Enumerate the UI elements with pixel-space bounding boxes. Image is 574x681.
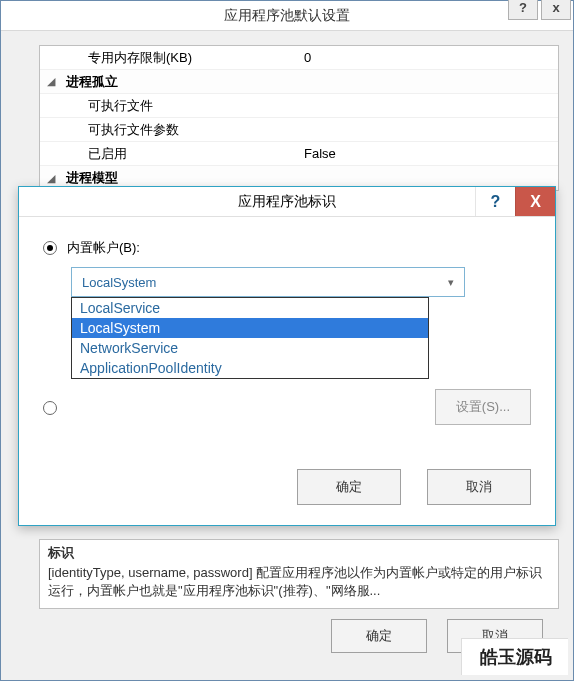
front-title-text: 应用程序池标识 xyxy=(238,193,336,211)
app-pool-identity-dialog: 应用程序池标识 ? X 内置帐户(B): LocalSystem ▾ Local… xyxy=(18,186,556,526)
category-name: 进程模型 xyxy=(62,169,298,187)
front-help-button[interactable]: ? xyxy=(475,187,515,216)
custom-account-radio[interactable] xyxy=(43,401,57,415)
builtin-account-label: 内置帐户(B): xyxy=(67,239,140,257)
grid-category[interactable]: ◢ 进程孤立 xyxy=(40,70,558,94)
prop-name: 已启用 xyxy=(84,145,298,163)
grid-row[interactable]: 可执行文件 xyxy=(40,94,558,118)
dropdown-option-networkservice[interactable]: NetworkService xyxy=(72,338,428,358)
prop-name: 可执行文件参数 xyxy=(84,121,298,139)
back-ok-button[interactable]: 确定 xyxy=(331,619,427,653)
dropdown-option-localsystem[interactable]: LocalSystem xyxy=(72,318,428,338)
prop-value[interactable]: False xyxy=(298,146,558,161)
prop-value[interactable]: 0 xyxy=(298,50,558,65)
description-title: 标识 xyxy=(48,544,550,562)
dropdown-option-applicationpoolidentity[interactable]: ApplicationPoolIdentity xyxy=(72,358,428,378)
description-panel: 标识 [identityType, username, password] 配置… xyxy=(39,539,559,609)
watermark-text: 皓玉源码 xyxy=(461,638,568,675)
description-text: [identityType, username, password] 配置应用程… xyxy=(48,564,550,600)
builtin-account-radio[interactable] xyxy=(43,241,57,255)
chevron-down-icon: ▾ xyxy=(448,276,454,289)
front-close-button[interactable]: X xyxy=(515,187,555,216)
combo-selected-value: LocalSystem xyxy=(82,275,156,290)
settings-button[interactable]: 设置(S)... xyxy=(435,389,531,425)
collapse-icon[interactable]: ◢ xyxy=(40,75,62,88)
grid-row[interactable]: 专用内存限制(KB) 0 xyxy=(40,46,558,70)
dropdown-option-localservice[interactable]: LocalService xyxy=(72,298,428,318)
front-cancel-button[interactable]: 取消 xyxy=(427,469,531,505)
properties-grid: 专用内存限制(KB) 0 ◢ 进程孤立 可执行文件 可执行文件参数 已启用 Fa… xyxy=(39,45,559,191)
collapse-icon[interactable]: ◢ xyxy=(40,172,62,185)
prop-name: 专用内存限制(KB) xyxy=(84,49,298,67)
prop-name: 可执行文件 xyxy=(84,97,298,115)
back-title-text: 应用程序池默认设置 xyxy=(224,7,350,25)
category-name: 进程孤立 xyxy=(62,73,298,91)
back-close-button[interactable]: x xyxy=(541,0,571,20)
grid-row[interactable]: 可执行文件参数 xyxy=(40,118,558,142)
front-ok-button[interactable]: 确定 xyxy=(297,469,401,505)
back-help-button[interactable]: ? xyxy=(508,0,538,20)
back-title-bar: 应用程序池默认设置 ? x xyxy=(1,1,573,31)
grid-row[interactable]: 已启用 False xyxy=(40,142,558,166)
account-combobox[interactable]: LocalSystem ▾ xyxy=(71,267,465,297)
account-dropdown-list: LocalService LocalSystem NetworkService … xyxy=(71,297,429,379)
front-title-bar: 应用程序池标识 ? X xyxy=(19,187,555,217)
